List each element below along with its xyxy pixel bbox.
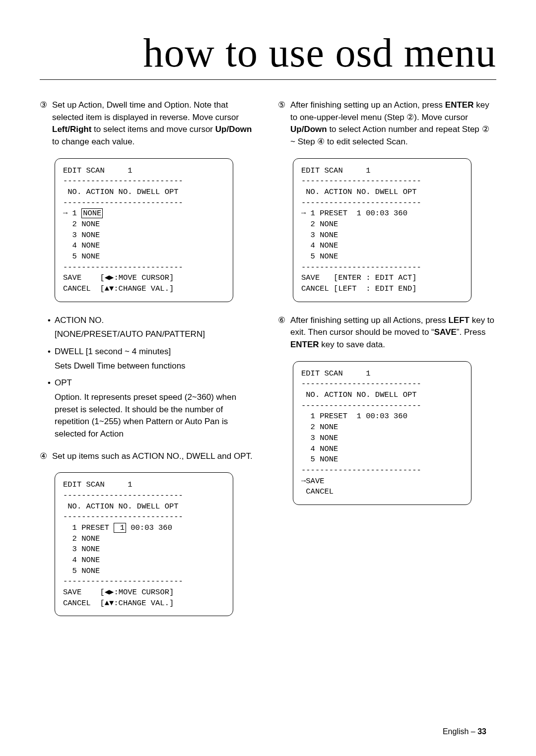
step-text: Set up items such as ACTION NO., DWELL a… [52,450,253,463]
step-text: After finishing setting up all Actions, … [290,315,496,351]
left-column: ③ Set up Action, Dwell time and Option. … [40,99,258,629]
osd-box-3: EDIT SCAN 1 -------------------------- N… [293,158,471,302]
right-column: ⑤ After finishing setting up an Action, … [278,99,496,629]
footer-page-number: 33 [477,727,486,736]
osd-highlight: NONE [81,208,103,218]
osd-box-2: EDIT SCAN 1 -------------------------- N… [55,472,233,616]
step-number-icon: ④ [40,450,47,463]
step-5: ⑤ After finishing setting up an Action, … [278,99,496,148]
content-columns: ③ Set up Action, Dwell time and Option. … [40,99,496,629]
list-item: DWELL [1 second ~ 4 minutes] Sets Dwell … [55,346,258,372]
list-item: ACTION NO. [NONE/PRESET/AUTO PAN/PATTERN… [55,315,258,341]
step-3: ③ Set up Action, Dwell time and Option. … [40,99,258,148]
page-footer: English – 33 [443,727,486,736]
definition-list: ACTION NO. [NONE/PRESET/AUTO PAN/PATTERN… [55,315,258,441]
list-item: OPT Option. It represents preset speed (… [55,377,258,440]
osd-highlight: 1 [114,523,126,533]
footer-language: English – [443,727,477,736]
step-4: ④ Set up items such as ACTION NO., DWELL… [40,450,258,463]
step-text: After finishing setting up an Action, pr… [290,99,496,148]
step-6: ⑥ After finishing setting up all Actions… [278,315,496,351]
osd-box-4: EDIT SCAN 1 -------------------------- N… [293,361,471,505]
step-number-icon: ⑥ [278,315,285,351]
step-text: Set up Action, Dwell time and Option. No… [52,99,258,148]
step-number-icon: ⑤ [278,99,285,148]
step-number-icon: ③ [40,99,47,148]
page-header: how to use osd menu [40,30,496,80]
page-title: how to use osd menu [143,30,496,75]
osd-box-1: EDIT SCAN 1 -------------------------- N… [55,158,233,302]
